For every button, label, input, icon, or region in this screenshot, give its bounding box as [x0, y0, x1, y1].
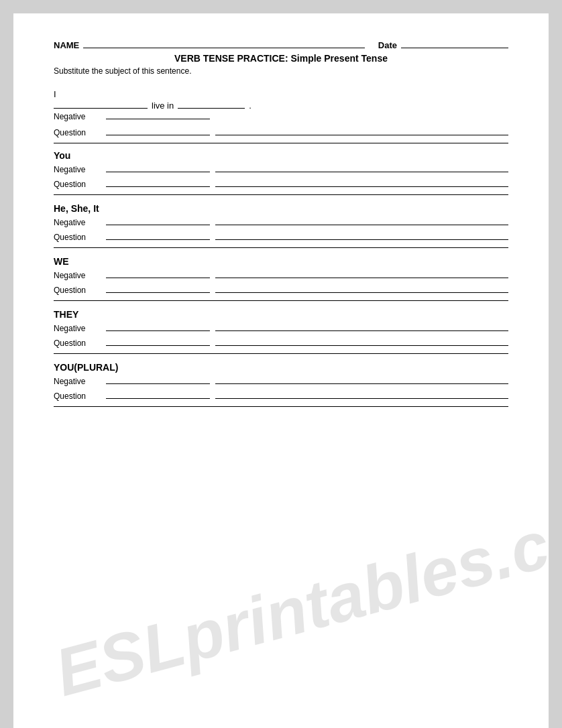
divider-i — [54, 143, 508, 143]
watermark: ESLprintables.com — [48, 480, 549, 712]
i-negative-label: Negative — [54, 112, 101, 121]
youplural-q-blank1[interactable] — [106, 398, 210, 399]
they-negative-label: Negative — [54, 324, 101, 333]
youplural-question-row: Question — [54, 391, 508, 401]
youplural-q-blank2[interactable] — [215, 398, 508, 399]
you-section: You Negative Question — [54, 150, 508, 195]
hesheit-q-blank2[interactable] — [215, 239, 508, 240]
i-q-blank1[interactable] — [106, 135, 210, 135]
i-label: I — [54, 89, 508, 99]
we-negative-label: Negative — [54, 271, 101, 280]
divider-hesheit — [54, 247, 508, 248]
youplural-neg-blank1[interactable] — [106, 383, 210, 384]
hesheit-neg-blank2[interactable] — [215, 225, 508, 225]
we-q-blank1[interactable] — [106, 292, 210, 293]
they-section: THEY Negative Question — [54, 309, 508, 354]
we-label: WE — [54, 256, 508, 267]
you-q-blank1[interactable] — [106, 186, 210, 187]
date-label: Date — [378, 40, 397, 50]
worksheet-title: VERB TENSE PRACTICE: Simple Present Tens… — [54, 53, 508, 64]
period: . — [249, 101, 251, 111]
date-line[interactable] — [401, 48, 508, 48]
hesheit-question-row: Question — [54, 233, 508, 242]
i-negative-row: Negative — [54, 112, 508, 121]
hesheit-neg-blank1[interactable] — [106, 225, 210, 225]
you-negative-row: Negative — [54, 165, 508, 174]
hesheit-negative-label: Negative — [54, 218, 101, 227]
hesheit-section: He, She, It Negative Question — [54, 203, 508, 248]
we-neg-blank1[interactable] — [106, 278, 210, 278]
hesheit-question-label: Question — [54, 233, 101, 242]
youplural-neg-blank2[interactable] — [215, 383, 508, 384]
worksheet-subtitle: Substitute the subject of this sentence. — [54, 66, 508, 76]
youplural-negative-label: Negative — [54, 377, 101, 386]
they-neg-blank1[interactable] — [106, 330, 210, 331]
live-in-text: live in — [152, 101, 174, 111]
header-row: NAME Date — [54, 40, 508, 50]
hesheit-label: He, She, It — [54, 203, 508, 214]
we-question-label: Question — [54, 286, 101, 295]
divider-we — [54, 300, 508, 301]
youplural-label: YOU(PLURAL) — [54, 362, 508, 373]
name-label: NAME — [54, 40, 79, 50]
we-q-blank2[interactable] — [215, 292, 508, 293]
i-blank1[interactable] — [54, 108, 148, 109]
you-neg-blank1[interactable] — [106, 172, 210, 172]
hesheit-negative-row: Negative — [54, 218, 508, 227]
we-question-row: Question — [54, 286, 508, 295]
hesheit-q-blank1[interactable] — [106, 239, 210, 240]
you-question-label: Question — [54, 180, 101, 189]
they-question-row: Question — [54, 339, 508, 348]
they-negative-row: Negative — [54, 324, 508, 333]
they-question-label: Question — [54, 339, 101, 348]
divider-you — [54, 194, 508, 195]
divider-youplural — [54, 406, 508, 407]
you-negative-label: Negative — [54, 165, 101, 174]
i-question-row: Question — [54, 128, 508, 137]
you-q-blank2[interactable] — [215, 186, 508, 187]
i-blank2[interactable] — [178, 108, 245, 109]
you-question-row: Question — [54, 180, 508, 189]
i-sentence-row: live in . — [54, 101, 508, 111]
they-label: THEY — [54, 309, 508, 320]
divider-they — [54, 353, 508, 354]
name-line[interactable] — [83, 48, 365, 48]
they-q-blank2[interactable] — [215, 345, 508, 346]
we-negative-row: Negative — [54, 271, 508, 280]
youplural-question-label: Question — [54, 391, 101, 401]
youplural-section: YOU(PLURAL) Negative Question — [54, 362, 508, 407]
you-label: You — [54, 150, 508, 161]
they-q-blank1[interactable] — [106, 345, 210, 346]
we-section: WE Negative Question — [54, 256, 508, 301]
youplural-negative-row: Negative — [54, 377, 508, 386]
i-question-label: Question — [54, 128, 101, 137]
i-section: I live in . Negative — [54, 89, 508, 121]
worksheet-page: ESLprintables.com NAME Date VERB TENSE P… — [13, 13, 549, 728]
we-neg-blank2[interactable] — [215, 278, 508, 278]
i-q-blank2[interactable] — [215, 135, 508, 135]
they-neg-blank2[interactable] — [215, 330, 508, 331]
i-neg-blank1[interactable] — [106, 119, 210, 119]
you-neg-blank2[interactable] — [215, 172, 508, 172]
